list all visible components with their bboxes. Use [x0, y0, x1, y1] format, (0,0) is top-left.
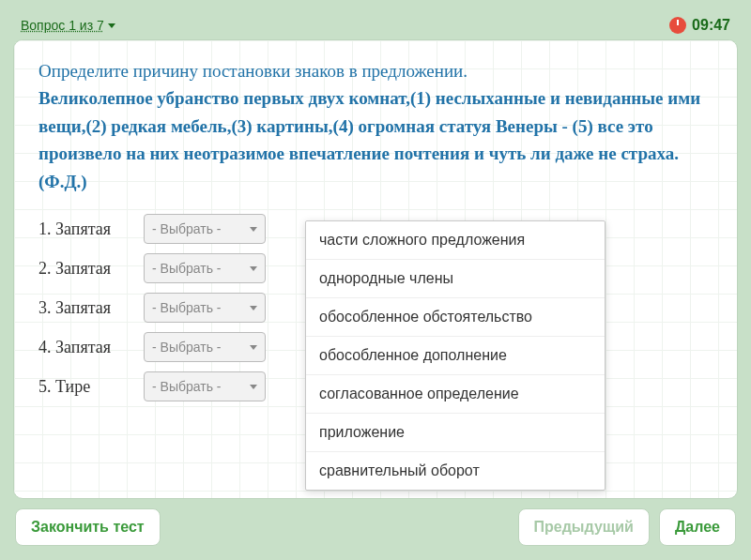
chevron-down-icon	[250, 385, 257, 389]
answer-select-2[interactable]: - Выбрать -	[144, 253, 266, 283]
chevron-down-icon	[250, 345, 257, 350]
question-indicator-text: Вопрос 1 из 7	[21, 18, 104, 33]
answer-select-3[interactable]: - Выбрать -	[144, 293, 266, 323]
dropdown-option[interactable]: однородные члены	[306, 260, 605, 298]
answer-label: 2. Запятая	[38, 259, 132, 279]
previous-button[interactable]: Предыдущий	[518, 508, 650, 546]
question-sentence: Великолепное убранство первых двух комна…	[38, 84, 713, 195]
select-placeholder: - Выбрать -	[152, 261, 222, 276]
finish-test-button[interactable]: Закончить тест	[15, 508, 161, 546]
app-frame: Вопрос 1 из 7 09:47 Определите причину п…	[8, 8, 743, 552]
chevron-down-icon	[250, 266, 257, 271]
dropdown-option[interactable]: приложение	[306, 414, 605, 452]
dropdown-option[interactable]: обособленное обстоятельство	[306, 298, 605, 337]
next-button[interactable]: Далее	[659, 508, 736, 546]
header-bar: Вопрос 1 из 7 09:47	[13, 13, 738, 39]
dropdown-menu: части сложного предложения однородные чл…	[305, 220, 605, 491]
select-placeholder: - Выбрать -	[152, 221, 222, 236]
answer-select-4[interactable]: - Выбрать -	[144, 332, 266, 362]
nav-button-group: Предыдущий Далее	[518, 508, 736, 546]
select-placeholder: - Выбрать -	[152, 379, 222, 394]
select-placeholder: - Выбрать -	[152, 340, 222, 355]
timer-wrap: 09:47	[669, 17, 730, 34]
timer-text: 09:47	[692, 17, 730, 34]
select-placeholder: - Выбрать -	[152, 300, 222, 315]
footer-bar: Закончить тест Предыдущий Далее	[13, 508, 738, 546]
answer-label: 5. Тире	[38, 377, 132, 397]
answer-label: 4. Запятая	[38, 338, 132, 357]
dropdown-option[interactable]: сравнительный оборот	[306, 452, 605, 490]
chevron-down-icon	[108, 23, 115, 28]
answer-label: 1. Запятая	[38, 219, 132, 239]
answer-select-5[interactable]: - Выбрать -	[144, 371, 266, 401]
answer-select-1[interactable]: - Выбрать -	[144, 214, 266, 244]
dropdown-option[interactable]: части сложного предложения	[306, 221, 605, 260]
clock-icon	[669, 17, 686, 34]
dropdown-option[interactable]: обособленное дополнение	[306, 337, 605, 375]
chevron-down-icon	[250, 227, 257, 232]
dropdown-option[interactable]: согласованное определение	[306, 375, 605, 414]
chevron-down-icon	[250, 306, 257, 310]
question-card: Определите причину постановки знаков в п…	[13, 39, 738, 499]
answer-label: 3. Запятая	[38, 298, 132, 318]
question-indicator-link[interactable]: Вопрос 1 из 7	[21, 18, 115, 33]
question-prompt: Определите причину постановки знаков в п…	[38, 57, 713, 84]
